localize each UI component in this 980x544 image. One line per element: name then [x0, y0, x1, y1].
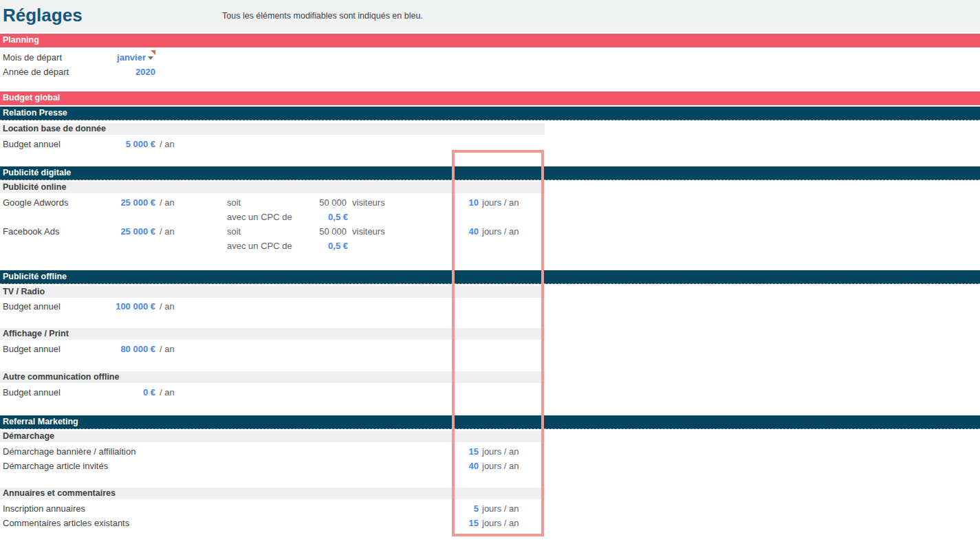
- inscription-annuaires-days-value[interactable]: 5: [0, 501, 479, 516]
- subheader-tv-radio: TV / Radio: [0, 286, 545, 298]
- row-google-adwords: Google Adwords 25 000 € / an soit 50 000…: [0, 195, 980, 210]
- google-adwords-days-value[interactable]: 10: [0, 195, 479, 210]
- section-bar-planning: Planning: [0, 34, 980, 47]
- section-bar-publicite-digitale: Publicité digitale: [0, 166, 980, 180]
- editable-hint-note: Tous les éléments modifiables sont indiq…: [222, 11, 423, 21]
- row-inscription-annuaires: Inscription annuaires 5 jours / an: [0, 501, 980, 516]
- demarchage-article-days-unit: jours / an: [482, 459, 519, 473]
- budget-annuel-unit: / an: [160, 385, 175, 400]
- row-budget-annuel-autre-offline: Budget annuel 0 € / an: [0, 385, 980, 400]
- budget-annuel-value[interactable]: 100 000 €: [0, 299, 155, 314]
- page-header: Réglages Tous les éléments modifiables s…: [0, 0, 980, 32]
- subheader-affichage-print: Affichage / Print: [0, 328, 545, 340]
- budget-annuel-unit: / an: [160, 342, 175, 356]
- subheader-demarchage: Démarchage: [0, 431, 545, 442]
- demarchage-banniere-days-unit: jours / an: [482, 444, 519, 459]
- section-bar-referral-marketing: Referral Marketing: [0, 415, 980, 429]
- section-bar-relation-presse: Relation Presse: [0, 107, 980, 120]
- facebook-ads-cpc-value[interactable]: 0,5 €: [0, 239, 348, 253]
- row-facebook-ads-cpc: avec un CPC de 0,5 €: [0, 239, 980, 253]
- start-year-value[interactable]: 2020: [0, 65, 155, 79]
- row-google-adwords-cpc: avec un CPC de 0,5 €: [0, 210, 980, 224]
- row-budget-annuel-tv-radio: Budget annuel 100 000 € / an: [0, 299, 980, 314]
- start-month-select[interactable]: janvier: [0, 50, 146, 65]
- row-budget-annuel-relation-presse: Budget annuel 5 000 € / an: [0, 137, 980, 151]
- subheader-location-base-de-donnee: Location base de donnée: [0, 123, 545, 135]
- cell-note-marker-icon: [151, 50, 155, 55]
- row-demarchage-article: Démarchage article invités 40 jours / an: [0, 459, 980, 473]
- commentaires-articles-days-value[interactable]: 15: [0, 516, 479, 530]
- subheader-publicite-online: Publicité online: [0, 182, 545, 193]
- demarchage-banniere-days-value[interactable]: 15: [0, 444, 479, 459]
- section-bar-budget-global: Budget global: [0, 91, 980, 105]
- budget-annuel-value[interactable]: 5 000 €: [0, 137, 155, 151]
- commentaires-articles-days-unit: jours / an: [482, 516, 519, 530]
- chevron-down-icon[interactable]: [148, 56, 153, 60]
- row-commentaires-articles: Commentaires articles existants 15 jours…: [0, 516, 980, 530]
- row-budget-annuel-affichage-print: Budget annuel 80 000 € / an: [0, 342, 980, 356]
- google-adwords-days-unit: jours / an: [482, 195, 519, 210]
- inscription-annuaires-days-unit: jours / an: [482, 501, 519, 516]
- facebook-ads-days-unit: jours / an: [482, 224, 519, 239]
- demarchage-article-days-value[interactable]: 40: [0, 459, 479, 473]
- google-adwords-cpc-value[interactable]: 0,5 €: [0, 210, 348, 224]
- facebook-ads-days-value[interactable]: 40: [0, 224, 479, 239]
- section-bar-publicite-offline: Publicité offline: [0, 270, 980, 284]
- subheader-annuaires-et-commentaires: Annuaires et commentaires: [0, 488, 545, 499]
- budget-annuel-unit: / an: [160, 299, 175, 314]
- budget-annuel-unit: / an: [160, 137, 175, 151]
- budget-annuel-value[interactable]: 80 000 €: [0, 342, 155, 356]
- budget-annuel-value[interactable]: 0 €: [0, 385, 155, 400]
- subheader-autre-communication-offline: Autre communication offline: [0, 371, 545, 383]
- row-facebook-ads: Facebook Ads 25 000 € / an soit 50 000 v…: [0, 224, 980, 239]
- row-demarchage-banniere: Démarchage bannière / affiliaition 15 jo…: [0, 444, 980, 459]
- row-start-month: Mois de départ janvier: [0, 50, 980, 65]
- row-start-year: Année de départ 2020: [0, 65, 980, 79]
- page-title: Réglages: [3, 5, 83, 26]
